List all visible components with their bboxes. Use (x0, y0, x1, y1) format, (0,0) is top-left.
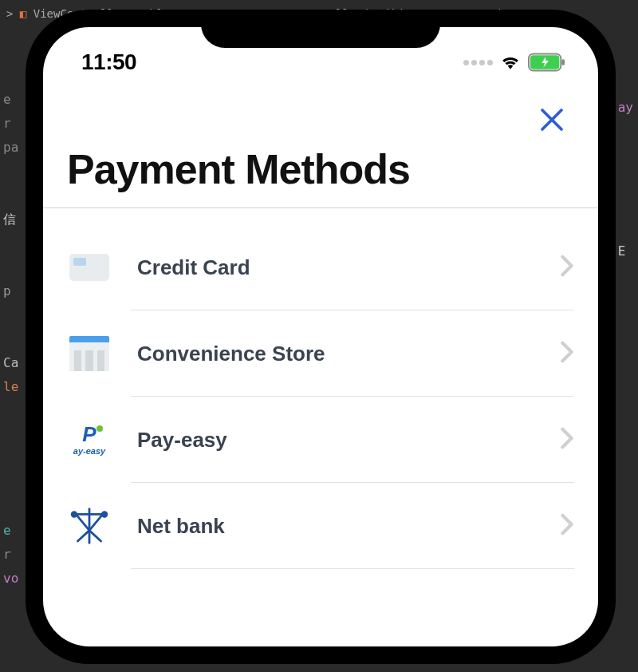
svg-point-9 (72, 512, 77, 517)
status-right (463, 53, 566, 72)
chevron-right-icon (560, 427, 574, 453)
svg-line-7 (77, 531, 89, 541)
payment-methods-list: Credit Card Convenience Store Pay-easy (43, 208, 598, 569)
payment-method-label: Credit Card (137, 255, 534, 280)
svg-line-8 (89, 531, 101, 541)
payment-method-netbank[interactable]: Net bank (43, 483, 598, 569)
payeasy-icon: Pay-easy (67, 417, 112, 462)
close-icon (538, 105, 566, 134)
close-button[interactable] (534, 102, 569, 137)
iphone-device-frame: 11:50 (26, 10, 616, 664)
svg-rect-2 (561, 59, 565, 65)
chevron-right-icon (560, 513, 574, 539)
payment-method-credit-card[interactable]: Credit Card (43, 224, 598, 310)
credit-card-icon (67, 245, 112, 290)
payment-method-label: Convenience Store (137, 342, 534, 366)
payment-method-payeasy[interactable]: Pay-easy Pay-easy (43, 397, 598, 483)
iphone-notch (201, 10, 440, 48)
svg-line-5 (76, 514, 89, 530)
payment-method-label: Pay-easy (137, 428, 534, 453)
payment-method-convenience-store[interactable]: Convenience Store (43, 310, 598, 397)
wifi-icon (499, 53, 522, 71)
chevron-right-icon (560, 341, 574, 366)
nav-bar (43, 78, 598, 145)
svg-point-10 (102, 512, 107, 517)
chevron-right-icon (560, 255, 574, 280)
page-title: Payment Methods (43, 145, 598, 208)
payment-method-label: Net bank (137, 514, 534, 539)
netbank-icon (67, 504, 112, 548)
cellular-dots-icon (463, 60, 493, 65)
store-icon (67, 331, 112, 376)
svg-line-6 (89, 514, 103, 530)
iphone-screen: 11:50 (43, 27, 598, 646)
status-time: 11:50 (81, 49, 136, 75)
battery-icon (528, 53, 566, 72)
